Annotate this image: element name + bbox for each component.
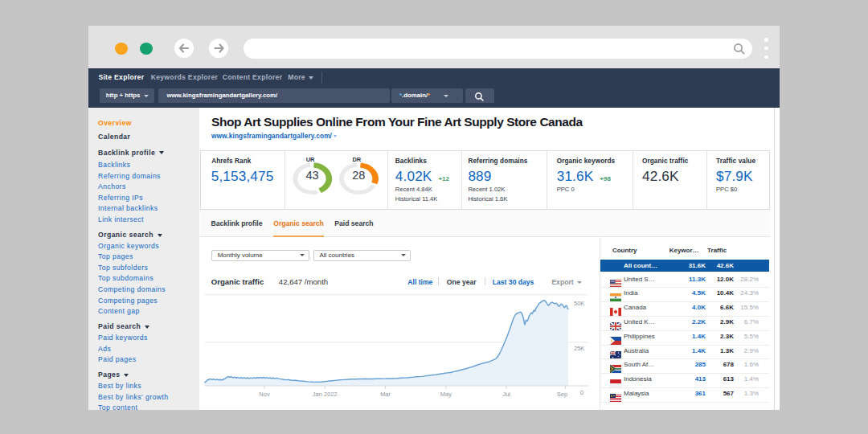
svg-text:0: 0 — [580, 389, 583, 396]
svg-text:50K: 50K — [574, 300, 584, 307]
svg-text:Jan 2022: Jan 2022 — [313, 391, 338, 398]
svg-text:Jul: Jul — [502, 391, 510, 398]
svg-text:May: May — [440, 391, 452, 398]
svg-text:Mar: Mar — [380, 391, 391, 398]
svg-text:Sep: Sep — [557, 391, 567, 398]
svg-text:Nov: Nov — [259, 391, 270, 398]
svg-text:25K: 25K — [574, 345, 584, 352]
